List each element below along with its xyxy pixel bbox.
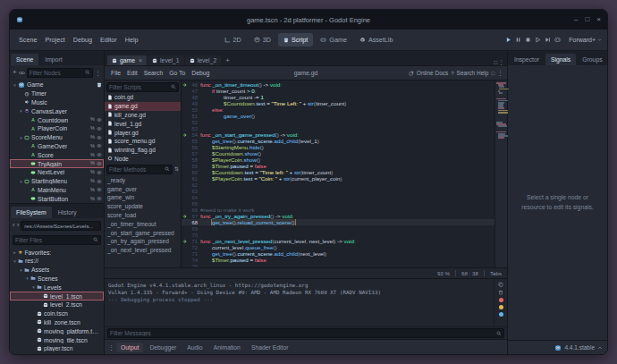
copy-icon[interactable] bbox=[498, 282, 503, 287]
script-menu-file[interactable]: File bbox=[108, 69, 123, 77]
expand-arrow-icon[interactable]: ▾ bbox=[18, 135, 24, 140]
scene-node-playercoin[interactable]: APlayerCoin% bbox=[10, 124, 104, 133]
method-item-score-update[interactable]: score_update bbox=[105, 202, 181, 211]
percent-icon[interactable]: % bbox=[90, 153, 95, 158]
script-menu-debug[interactable]: Debug bbox=[189, 69, 212, 77]
percent-icon[interactable]: % bbox=[90, 161, 95, 166]
eye-icon[interactable] bbox=[97, 143, 102, 148]
fs-item-favorites[interactable]: ▸★Favorites: bbox=[10, 248, 104, 257]
external-icon[interactable] bbox=[409, 71, 414, 76]
scene-node-tryagain[interactable]: TryAgain% bbox=[10, 159, 104, 168]
code-line-48[interactable]: 48timer_count -= 1 bbox=[182, 94, 494, 100]
scene-node-canvaslayer[interactable]: ▾CanvasLayer bbox=[10, 106, 104, 115]
percent-icon[interactable]: % bbox=[90, 144, 95, 149]
dock-tab-inspector[interactable]: Inspector bbox=[509, 54, 545, 65]
expand-arrow-icon[interactable]: ▾ bbox=[12, 258, 18, 264]
method-item-ready[interactable]: _ready bbox=[105, 175, 181, 184]
stop-icon[interactable] bbox=[525, 37, 531, 43]
fs-path[interactable]: res://Assets/Scenes/Levels... bbox=[21, 221, 101, 231]
help-icon[interactable]: ? bbox=[451, 71, 453, 76]
fs-item-levels[interactable]: ▾Levels bbox=[10, 283, 104, 292]
play-scene-icon[interactable] bbox=[535, 37, 541, 43]
dock-tab-import[interactable]: Import bbox=[39, 54, 67, 65]
close-button[interactable]: × bbox=[596, 16, 601, 23]
fs-item-moving-platform-tscn[interactable]: moving_platform.tscn bbox=[10, 326, 104, 335]
code-line-71[interactable]: 71func _on_next_level_pressed(current_le… bbox=[182, 238, 494, 244]
scene-node-game[interactable]: ▾Game bbox=[10, 80, 104, 89]
float-icon[interactable]: □ bbox=[491, 71, 494, 76]
add-scene-tab-button[interactable]: + bbox=[222, 55, 233, 65]
scene-tab-game[interactable]: game× bbox=[107, 55, 147, 65]
percent-icon[interactable]: % bbox=[90, 188, 95, 193]
fs-item-level-1-tscn[interactable]: level_1.tscn bbox=[10, 292, 104, 301]
code-line-69[interactable]: 69 bbox=[182, 225, 494, 232]
code-line-51[interactable]: 51game_over() bbox=[182, 113, 494, 119]
add-node-icon[interactable]: + bbox=[13, 69, 17, 76]
code-line-64[interactable]: 64 bbox=[182, 194, 494, 200]
dots-icon[interactable]: ⋮ bbox=[497, 70, 503, 76]
code-line-54[interactable]: 54func _on_start_game_pressed() -> void: bbox=[182, 131, 494, 138]
code-line-46[interactable]: 46func _on_timer_timeout() -> void: bbox=[182, 81, 494, 88]
eye-icon[interactable] bbox=[97, 161, 102, 166]
forward-icon[interactable]: › bbox=[17, 222, 20, 229]
menu-editor[interactable]: Editor bbox=[97, 34, 121, 46]
bottom-tab-audio[interactable]: Audio bbox=[182, 343, 207, 352]
percent-icon[interactable]: % bbox=[90, 117, 95, 123]
eye-icon[interactable] bbox=[97, 117, 102, 123]
code-line-47[interactable]: 47if timer_count > 0: bbox=[182, 88, 494, 94]
scene-tab-level-2[interactable]: level_2 bbox=[185, 55, 222, 65]
code-line-61[interactable]: 61$PlayerCoin.text = "Coin: " + str(curr… bbox=[182, 175, 494, 182]
script-item-node[interactable]: Node bbox=[105, 155, 181, 164]
eye-icon[interactable] bbox=[97, 126, 102, 131]
code-line-57[interactable]: 57$Countdown.show() bbox=[182, 150, 494, 157]
code-line-66[interactable]: 66#need to make it work bbox=[182, 207, 494, 213]
code-line-50[interactable]: 50else: bbox=[182, 106, 494, 113]
script-item-player-gd[interactable]: player.gd bbox=[105, 128, 181, 137]
code-line-56[interactable]: 56$StartingMenu.hide() bbox=[182, 144, 494, 150]
eye-icon[interactable] bbox=[97, 135, 102, 140]
indent-mode[interactable]: Tabs bbox=[490, 270, 502, 276]
expand-arrow-icon[interactable]: ▾ bbox=[18, 179, 24, 184]
bottom-tab-debugger[interactable]: Debugger bbox=[145, 343, 181, 352]
back-icon[interactable]: ‹ bbox=[13, 222, 15, 229]
fs-item-player-tscn[interactable]: player.tscn bbox=[10, 344, 104, 353]
code-line-68[interactable]: 68get_tree().reload_current_scene() bbox=[182, 219, 494, 225]
workspace-2d[interactable]: 2D bbox=[219, 33, 247, 47]
workspace-game[interactable]: Game bbox=[315, 33, 352, 47]
float-icon[interactable]: □ bbox=[494, 60, 497, 65]
menu-help[interactable]: Help bbox=[122, 34, 142, 46]
method-item-game-over[interactable]: game_over bbox=[105, 184, 181, 193]
renderer-select[interactable]: Forward+ bbox=[569, 37, 602, 43]
percent-icon[interactable]: % bbox=[90, 126, 95, 131]
workspace-script[interactable]: Script bbox=[278, 33, 313, 47]
code-line-67[interactable]: 67func _on_try_again_pressed() -> void: bbox=[182, 213, 494, 219]
menu-debug[interactable]: Debug bbox=[70, 34, 96, 46]
scene-node-mainmenu[interactable]: AMainMenu% bbox=[10, 186, 104, 195]
error-dot[interactable] bbox=[499, 298, 503, 302]
method-item-on-start-game-pressed[interactable]: _on_start_game_pressed bbox=[105, 228, 181, 237]
online-docs-button[interactable]: Online Docs bbox=[417, 70, 448, 76]
expand-arrow-icon[interactable]: ▾ bbox=[18, 267, 24, 273]
script-item-game-gd[interactable]: game.gd bbox=[105, 102, 181, 111]
code-line-52[interactable]: 52 bbox=[182, 119, 494, 125]
script-item-winning-flag-gd[interactable]: winning_flag.gd bbox=[105, 146, 181, 155]
code-line-65[interactable]: 65 bbox=[182, 200, 494, 207]
clear-icon[interactable] bbox=[498, 290, 503, 295]
filter-files-input[interactable] bbox=[15, 237, 92, 243]
script-icon[interactable] bbox=[97, 82, 102, 88]
dock-tab-signals[interactable]: Signals bbox=[545, 54, 576, 65]
percent-icon[interactable]: % bbox=[90, 170, 95, 175]
menu-scene[interactable]: Scene bbox=[15, 34, 40, 46]
script-menu-go-to[interactable]: Go To bbox=[166, 69, 188, 77]
code-minimap[interactable] bbox=[494, 80, 507, 267]
scene-node-nextlevel[interactable]: NextLevel% bbox=[10, 168, 104, 177]
code-line-72[interactable]: 72current_level.queue_free() bbox=[182, 244, 494, 250]
eye-icon[interactable] bbox=[97, 196, 102, 201]
expand-arrow-icon[interactable]: ▾ bbox=[24, 275, 30, 281]
eye-icon[interactable] bbox=[97, 187, 102, 192]
method-item-game-win[interactable]: game_win bbox=[105, 193, 181, 202]
code-line-59[interactable]: 59$Timer.paused = false bbox=[182, 163, 494, 169]
method-item-on-timer-timeout[interactable]: _on_timer_timeout bbox=[105, 219, 181, 228]
fs-item-scenes[interactable]: ▾Scenes bbox=[10, 275, 104, 284]
code-line-58[interactable]: 58$PlayerCoin.show() bbox=[182, 157, 494, 163]
